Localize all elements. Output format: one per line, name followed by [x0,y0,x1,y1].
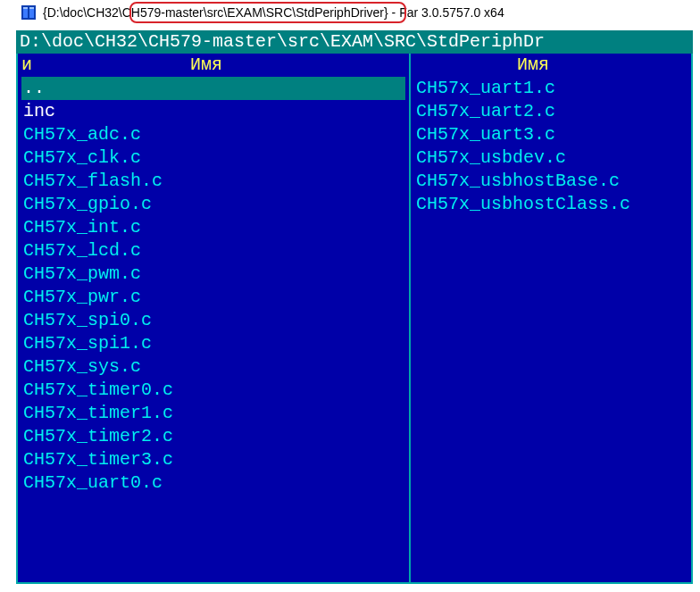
list-item[interactable]: CH57x_adc.c [21,123,405,146]
right-file-list[interactable]: CH57x_uart1.cCH57x_uart2.cCH57x_uart3.cC… [411,77,691,218]
list-item[interactable]: CH57x_pwm.c [21,263,405,286]
list-item[interactable]: CH57x_int.c [21,216,405,239]
left-header-n: и [18,54,39,77]
list-item[interactable]: CH57x_uart2.c [414,100,688,123]
right-column-header: Имя [411,54,691,77]
left-header-name: Имя [39,54,409,77]
window-titlebar: {D:\doc\CH32\CH579-master\src\EXAM\SRC\S… [0,0,700,27]
list-item[interactable]: .. [21,77,405,100]
list-item[interactable]: CH57x_gpio.c [21,193,405,216]
list-item[interactable]: CH57x_timer3.c [21,448,405,471]
far-manager-area: D:\doc\CH32\CH579-master\src\EXAM\SRC\St… [16,30,693,584]
list-item[interactable]: CH57x_usbhostBase.c [414,170,688,193]
list-item[interactable]: CH57x_uart0.c [21,471,405,495]
right-panel[interactable]: Имя CH57x_uart1.cCH57x_uart2.cCH57x_uart… [411,54,693,584]
list-item[interactable]: CH57x_timer0.c [21,379,405,402]
list-item[interactable]: CH57x_pwr.c [21,286,405,309]
list-item[interactable]: CH57x_sys.c [21,355,405,379]
path-bar[interactable]: D:\doc\CH32\CH579-master\src\EXAM\SRC\St… [16,30,693,54]
title-highlight: CH579-master\src\EXAM\SRC\StdPeriphDrive… [122,5,388,20]
left-panel[interactable]: и Имя ..incCH57x_adc.cCH57x_clk.cCH57x_f… [16,54,409,584]
list-item[interactable]: CH57x_spi1.c [21,332,405,355]
title-suffix: - Far 3.0.5757.0 x64 [388,5,504,20]
list-item[interactable]: CH57x_flash.c [21,170,405,193]
list-item[interactable]: CH57x_timer2.c [21,425,405,448]
list-item[interactable]: CH57x_clk.c [21,146,405,170]
list-item[interactable]: CH57x_usbhostClass.c [414,193,688,216]
svg-rect-3 [23,7,28,9]
left-column-header: и Имя [18,54,409,77]
list-item[interactable]: CH57x_lcd.c [21,239,405,263]
list-item[interactable]: inc [21,100,405,123]
list-item[interactable]: CH57x_uart1.c [414,77,688,100]
svg-rect-4 [29,7,34,9]
list-item[interactable]: CH57x_timer1.c [21,402,405,425]
right-header-name: Имя [411,54,691,77]
list-item[interactable]: CH57x_spi0.c [21,309,405,332]
app-icon [21,5,36,20]
left-file-list[interactable]: ..incCH57x_adc.cCH57x_clk.cCH57x_flash.c… [18,77,409,496]
list-item[interactable]: CH57x_uart3.c [414,123,688,146]
list-item[interactable]: CH57x_usbdev.c [414,146,688,170]
panels-container: и Имя ..incCH57x_adc.cCH57x_clk.cCH57x_f… [16,54,693,584]
title-prefix: {D:\doc\CH32\ [43,5,122,20]
